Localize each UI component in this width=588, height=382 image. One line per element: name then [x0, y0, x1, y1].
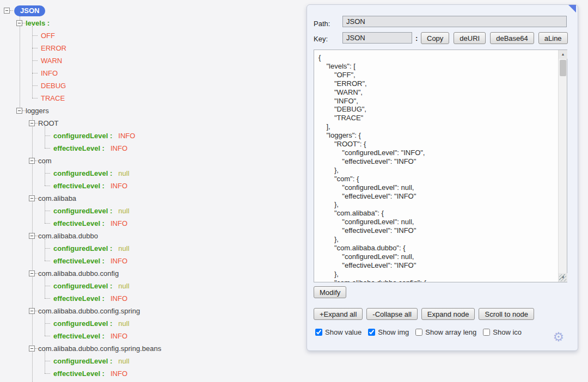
- show-img-checkbox[interactable]: [368, 329, 375, 336]
- tree-node[interactable]: effectiveLevel :INFO: [53, 367, 127, 380]
- collapse-toggle-icon[interactable]: [29, 120, 35, 126]
- show-img-label: Show img: [378, 328, 409, 336]
- collapse-toggle-icon[interactable]: [29, 158, 35, 164]
- tree-line: [45, 148, 50, 149]
- collapse-toggle-icon[interactable]: [29, 308, 35, 314]
- scroll-to-node-button[interactable]: Scroll to node: [479, 308, 534, 320]
- tree-node-label: configuredLevel :: [53, 357, 112, 365]
- key-button-row: Copy deURI deBase64 aLine: [421, 32, 568, 44]
- tree-node[interactable]: configuredLevel :null: [53, 167, 130, 180]
- tree-node[interactable]: configuredLevel :null: [53, 242, 130, 255]
- tree-node-label: ROOT: [38, 119, 59, 127]
- show-ico-checkbox[interactable]: [483, 329, 490, 336]
- tree-node[interactable]: DEBUG: [41, 79, 66, 92]
- tree-line: [45, 135, 50, 136]
- tree-node[interactable]: com.alibaba.dubbo.config: [29, 267, 119, 280]
- tree-node[interactable]: ERROR: [41, 42, 66, 54]
- tree-node-label: com.alibaba.dubbo.config: [38, 269, 119, 278]
- tree-line: [45, 223, 50, 224]
- tree-node[interactable]: configuredLevel :null: [53, 317, 130, 330]
- modify-button[interactable]: Modify: [314, 286, 346, 298]
- tree-node[interactable]: effectiveLevel :INFO: [53, 330, 127, 342]
- tree-node[interactable]: effectiveLevel :INFO: [53, 292, 127, 305]
- tree-line: [45, 361, 50, 361]
- collapse-toggle-icon[interactable]: [29, 195, 35, 201]
- tree-node-label: com.alibaba.dubbo: [38, 232, 98, 240]
- gear-icon[interactable]: ⚙: [553, 331, 564, 343]
- tree-node[interactable]: configuredLevel :null: [53, 355, 130, 367]
- tree-node[interactable]: com.alibaba.dubbo.config.spring: [29, 305, 140, 317]
- collapse-toggle-icon[interactable]: [4, 8, 10, 14]
- tree-line: [32, 73, 38, 73]
- tree-node[interactable]: configuredLevel :null: [53, 280, 130, 292]
- tree-node-label: com.alibaba.dubbo.config.spring.beans: [38, 344, 161, 353]
- tree-node-value: INFO: [111, 257, 127, 265]
- show-value-checkbox[interactable]: [315, 329, 322, 336]
- aline-button[interactable]: aLine: [538, 32, 568, 44]
- expand-all-button[interactable]: +Expand all: [314, 308, 363, 320]
- tree-line: [45, 276, 45, 298]
- resize-grip-icon[interactable]: [559, 274, 566, 281]
- collapse-toggle-icon[interactable]: [29, 233, 35, 239]
- path-label: Path:: [314, 20, 330, 28]
- key-input[interactable]: [342, 32, 412, 44]
- tree-node-label: configuredLevel :: [53, 207, 112, 215]
- tree-node-value: INFO: [118, 132, 135, 140]
- tree-root-node-label: JSON: [14, 5, 45, 16]
- tree-node[interactable]: configuredLevel :null: [53, 205, 130, 217]
- collapse-toggle-icon[interactable]: [29, 270, 35, 276]
- collapse-toggle-icon[interactable]: [16, 20, 22, 26]
- tree-line: [45, 211, 50, 211]
- tree-node-label: levels :: [26, 19, 50, 27]
- tree-node-label: configuredLevel :: [53, 244, 112, 252]
- json-editor-textarea[interactable]: { "levels": [ "OFF", "ERROR", "WARN", "I…: [314, 50, 559, 282]
- tree-line: [45, 201, 45, 223]
- json-editor: { "levels": [ "OFF", "ERROR", "WARN", "I…: [314, 50, 567, 282]
- tree-node[interactable]: ROOT: [29, 117, 59, 130]
- tree-line: [45, 126, 45, 148]
- tree-node[interactable]: com.alibaba.dubbo.config.spring.beans: [29, 342, 161, 355]
- path-input[interactable]: [342, 16, 567, 27]
- tree-node[interactable]: WARN: [41, 54, 62, 67]
- tree-node[interactable]: effectiveLevel :INFO: [53, 180, 127, 192]
- tree-node[interactable]: TRACE: [41, 92, 65, 104]
- collapse-all-button[interactable]: -Collapse all: [366, 308, 418, 320]
- deuri-button[interactable]: deURI: [454, 32, 486, 44]
- tree-node[interactable]: levels :: [16, 17, 50, 29]
- tree-line: [32, 85, 38, 86]
- tree-node-value: null: [118, 207, 129, 215]
- editor-scrollbar[interactable]: ▲ ▼: [558, 50, 567, 282]
- tree-node-label: effectiveLevel :: [53, 294, 105, 303]
- tree-node[interactable]: JSON: [4, 4, 45, 17]
- tree-node[interactable]: effectiveLevel :INFO: [53, 142, 127, 155]
- copy-button[interactable]: Copy: [421, 32, 449, 44]
- corner-fold-icon: [568, 5, 576, 13]
- tree-node[interactable]: effectiveLevel :INFO: [53, 255, 127, 267]
- scrollbar-thumb[interactable]: [560, 60, 566, 76]
- show-array-leng-checkbox[interactable]: [415, 329, 422, 336]
- tree-node[interactable]: loggers: [16, 104, 49, 117]
- tree-line: [45, 352, 45, 373]
- tree-node-label: configuredLevel :: [53, 132, 112, 140]
- tree-node-label: OFF: [41, 32, 55, 40]
- collapse-toggle-icon[interactable]: [29, 346, 35, 352]
- tree-node[interactable]: com: [29, 155, 52, 167]
- tree-node-label: effectiveLevel :: [53, 144, 105, 152]
- tree-node-label: TRACE: [41, 94, 65, 102]
- tree-node-label: effectiveLevel :: [53, 257, 105, 265]
- tree-node[interactable]: com.alibaba.dubbo: [29, 230, 98, 242]
- tree-node[interactable]: INFO: [41, 67, 58, 79]
- tree-node-label: com.alibaba.dubbo.config.spring: [38, 307, 140, 315]
- expand-node-button[interactable]: Expand node: [421, 308, 475, 320]
- tree-node[interactable]: configuredLevel :INFO: [53, 130, 135, 142]
- debase64-button[interactable]: deBase64: [490, 32, 534, 44]
- tree-node[interactable]: com.alibaba: [29, 192, 76, 205]
- tree-node[interactable]: OFF: [41, 29, 55, 42]
- tree-node[interactable]: effectiveLevel :INFO: [53, 217, 127, 230]
- tree-line: [32, 26, 33, 98]
- scroll-up-icon[interactable]: ▲: [559, 50, 567, 59]
- tree-node-label: effectiveLevel :: [53, 369, 105, 378]
- collapse-toggle-icon[interactable]: [16, 108, 22, 114]
- tree-node-label: effectiveLevel :: [53, 182, 105, 190]
- tree-node-label: INFO: [41, 69, 58, 77]
